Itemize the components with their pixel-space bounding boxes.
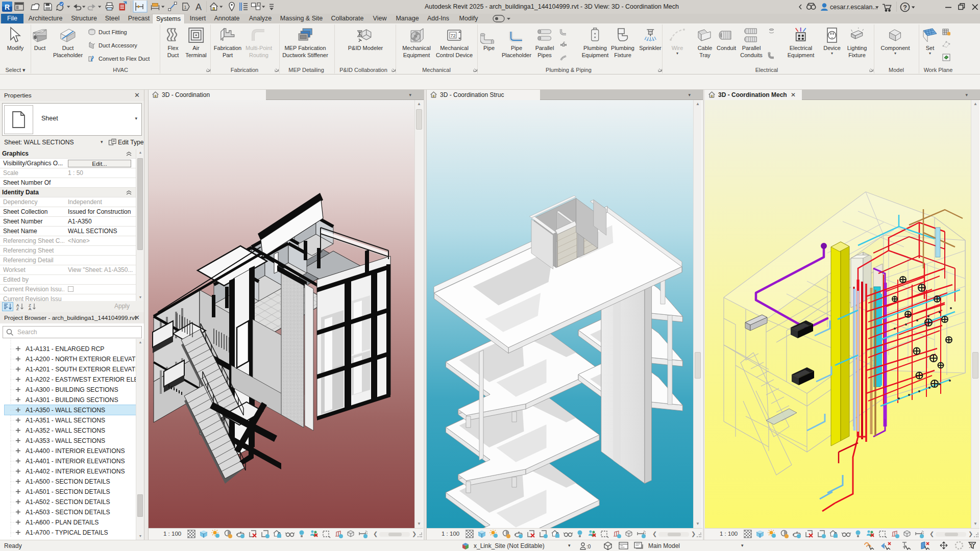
svg-text:72: 72: [450, 33, 455, 38]
svg-text:A: A: [195, 2, 202, 12]
svg-text:cesar.r.escalan...: cesar.r.escalan...: [830, 4, 878, 11]
svg-text:1: 1: [184, 5, 186, 10]
svg-text::0: :0: [586, 544, 591, 549]
svg-text:Z: Z: [16, 307, 19, 311]
svg-text:?: ?: [903, 4, 907, 11]
svg-text:A: A: [29, 307, 32, 311]
svg-text:R: R: [5, 3, 10, 11]
